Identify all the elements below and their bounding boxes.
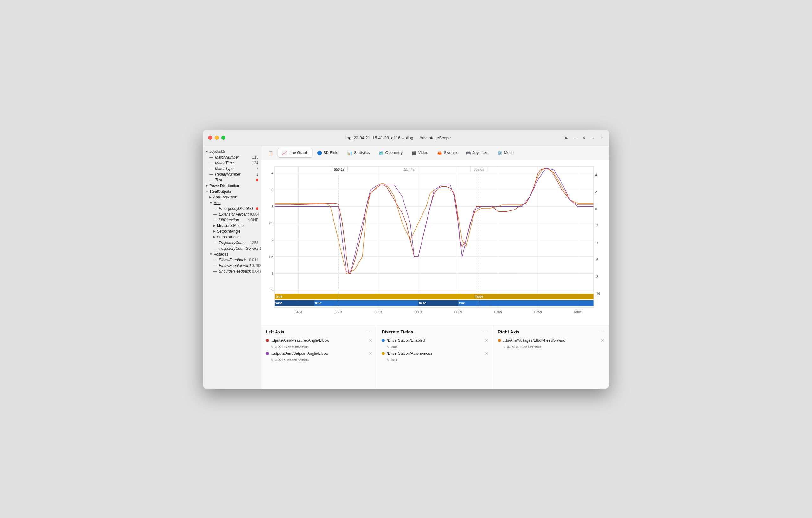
- tab-video-label: Video: [418, 151, 428, 155]
- panel-menu-button[interactable]: ···: [367, 329, 372, 335]
- add-button[interactable]: ＋: [600, 135, 604, 140]
- table-icon: 📋: [268, 151, 273, 155]
- tab-statistics[interactable]: 📊 Statistics: [343, 148, 374, 158]
- sidebar-item-measuredangle[interactable]: ▶ MeasuredAngle: [203, 223, 261, 228]
- field-remove-button[interactable]: ✕: [369, 338, 372, 343]
- field-remove-button[interactable]: ✕: [369, 351, 372, 356]
- sidebar-item-setpointangle[interactable]: ▶ SetpointAngle: [203, 228, 261, 234]
- sidebar-item-value: 134: [252, 161, 258, 165]
- minimize-button[interactable]: [215, 136, 219, 140]
- sidebar-item-emergencydisabled[interactable]: — EmergencyDisabled: [203, 206, 261, 212]
- tab-mech[interactable]: ⚙️ Mech: [493, 148, 518, 158]
- bottom-panels: Left Axis ··· ...tputs/Arm/MeasuredAngle…: [261, 325, 609, 389]
- expand-arrow: ▶: [206, 184, 208, 187]
- window-controls: ▶ ← ✕ → ＋: [565, 135, 604, 140]
- tab-joysticks[interactable]: 🎮 Joysticks: [462, 148, 493, 158]
- mech-icon: ⚙️: [497, 151, 502, 155]
- right-axis-panel: Right Axis ··· ...ts/Arm/Voltages/ElbowF…: [493, 325, 609, 389]
- field-color-dot: [266, 339, 269, 342]
- chart-container[interactable]: [261, 160, 609, 325]
- dash-icon: —: [209, 161, 213, 165]
- field-row: ...utputs/Arm/SetpointAngle/Elbow ✕: [266, 351, 372, 356]
- close-button[interactable]: [208, 136, 212, 140]
- window-title: Log_23-04-21_15-41-23_q116.wpilog — Adva…: [231, 135, 565, 140]
- panel-header: Discrete Fields ···: [382, 329, 488, 335]
- status-dot: [256, 179, 258, 181]
- sidebar-item-liftdirection[interactable]: — LiftDirection NONE: [203, 217, 261, 223]
- tab-odometry[interactable]: 🗺️ Odometry: [374, 148, 407, 158]
- sidebar-item-label: SetpointAngle: [217, 229, 241, 234]
- tab-swerve[interactable]: 🦀 Swerve: [433, 148, 461, 158]
- field-value: 0.7817040251347063: [498, 345, 605, 349]
- panel-menu-button[interactable]: ···: [599, 329, 605, 335]
- dash-icon: —: [213, 207, 217, 211]
- tab-3dfield-label: 3D Field: [324, 151, 339, 155]
- sidebar-item-realoutputs[interactable]: ▼ RealOutputs: [203, 189, 261, 194]
- dash-icon: —: [213, 246, 217, 251]
- sidebar-item-matchtime[interactable]: — MatchTime 134: [203, 160, 261, 166]
- field-remove-button[interactable]: ✕: [601, 338, 605, 343]
- dash-icon: —: [209, 172, 213, 176]
- field-remove-button[interactable]: ✕: [485, 338, 489, 343]
- sidebar-item-elbowfeedback[interactable]: — ElbowFeedback 0.011: [203, 257, 261, 263]
- dash-icon: —: [213, 269, 217, 274]
- tab-odometry-label: Odometry: [385, 151, 403, 155]
- expand-arrow: ▶: [209, 195, 212, 199]
- sidebar-item-voltages[interactable]: ▼ Voltages: [203, 251, 261, 257]
- tab-mech-label: Mech: [504, 151, 514, 155]
- back-button[interactable]: ←: [573, 135, 577, 140]
- main-content: 📋 📈 Line Graph 🔵 3D Field 📊 Statistics 🗺…: [261, 146, 609, 389]
- 3dfield-icon: 🔵: [317, 151, 322, 155]
- dash-icon: —: [213, 241, 217, 245]
- sidebar-item-elbowfeedforward[interactable]: — ElbowFeedforward 0.782: [203, 263, 261, 269]
- sidebar-item-value: 0.047: [252, 269, 261, 274]
- dash-icon: —: [209, 178, 213, 182]
- sidebar-item-apriltagvision[interactable]: ▶ AprilTagVision: [203, 194, 261, 200]
- sidebar-item-powerdistribution[interactable]: ▶ PowerDistribution: [203, 183, 261, 189]
- dash-icon: —: [213, 258, 217, 262]
- play-button[interactable]: ▶: [565, 135, 568, 140]
- statistics-icon: 📊: [347, 151, 352, 155]
- field-name: ...ts/Arm/Voltages/ElbowFeedforward: [503, 338, 598, 343]
- sidebar-item-value: 0.782: [252, 264, 261, 268]
- expand-arrow: ▶: [206, 149, 208, 153]
- sidebar-item-label: RealOutputs: [210, 189, 231, 194]
- app-window: Log_23-04-21_15-41-23_q116.wpilog — Adva…: [203, 130, 609, 389]
- expand-arrow: ▶: [213, 235, 216, 239]
- sidebar-item-test[interactable]: — Test: [203, 177, 261, 183]
- field-row: ...ts/Arm/Voltages/ElbowFeedforward ✕: [498, 338, 605, 343]
- left-axis-panel: Left Axis ··· ...tputs/Arm/MeasuredAngle…: [261, 325, 377, 389]
- close-icon[interactable]: ✕: [582, 135, 586, 140]
- sidebar-item-setpointpose[interactable]: ▶ SetpointPose: [203, 234, 261, 240]
- field-remove-button[interactable]: ✕: [485, 351, 489, 356]
- sidebar-item-label: AprilTagVision: [213, 195, 237, 199]
- sidebar-item-trajectorycountgenera[interactable]: — TrajectoryCountGenera 1253: [203, 246, 261, 251]
- sidebar-item-shoulderfeedback[interactable]: — ShoulderFeedback 0.047: [203, 269, 261, 274]
- sidebar-item-matchtype[interactable]: — MatchType 2: [203, 166, 261, 171]
- tab-swerve-label: Swerve: [444, 151, 457, 155]
- field-name: ...utputs/Arm/SetpointAngle/Elbow: [271, 351, 366, 356]
- tab-video[interactable]: 🎬 Video: [407, 148, 432, 158]
- field-value: 3.0204786705629494: [266, 345, 372, 349]
- field-name: ...tputs/Arm/MeasuredAngle/Elbow: [271, 338, 366, 343]
- sidebar-item-arm[interactable]: ▼ Arm: [203, 200, 261, 206]
- sidebar-item-replaynumber[interactable]: — ReplayNumber 1: [203, 171, 261, 177]
- sidebar-item-matchnumber[interactable]: — MatchNumber 116: [203, 154, 261, 160]
- panel-title: Right Axis: [498, 329, 520, 334]
- sidebar-item-label: Joystick5: [209, 149, 225, 154]
- tab-linegraph[interactable]: 📈 Line Graph: [278, 148, 312, 158]
- forward-button[interactable]: →: [591, 135, 595, 140]
- sidebar-item-value: 1: [256, 172, 258, 176]
- chart-area: Left Axis ··· ...tputs/Arm/MeasuredAngle…: [261, 160, 609, 389]
- sidebar-item-joystick5[interactable]: ▶ Joystick5: [203, 149, 261, 154]
- maximize-button[interactable]: [221, 136, 226, 140]
- sidebar-item-extensionpercent[interactable]: — ExtensionPercent 0.084: [203, 212, 261, 217]
- panel-header: Left Axis ···: [266, 329, 372, 335]
- sidebar-item-trajectorycount[interactable]: — TrajectoryCount 1253: [203, 240, 261, 246]
- field-color-dot: [382, 339, 385, 342]
- panel-menu-button[interactable]: ···: [482, 329, 488, 335]
- field-row: ...tputs/Arm/MeasuredAngle/Elbow ✕: [266, 338, 372, 343]
- content-area: ▶ Joystick5 — MatchNumber 116 — MatchTim…: [203, 146, 609, 389]
- tab-table[interactable]: 📋: [264, 148, 277, 158]
- tab-3dfield[interactable]: 🔵 3D Field: [313, 148, 343, 158]
